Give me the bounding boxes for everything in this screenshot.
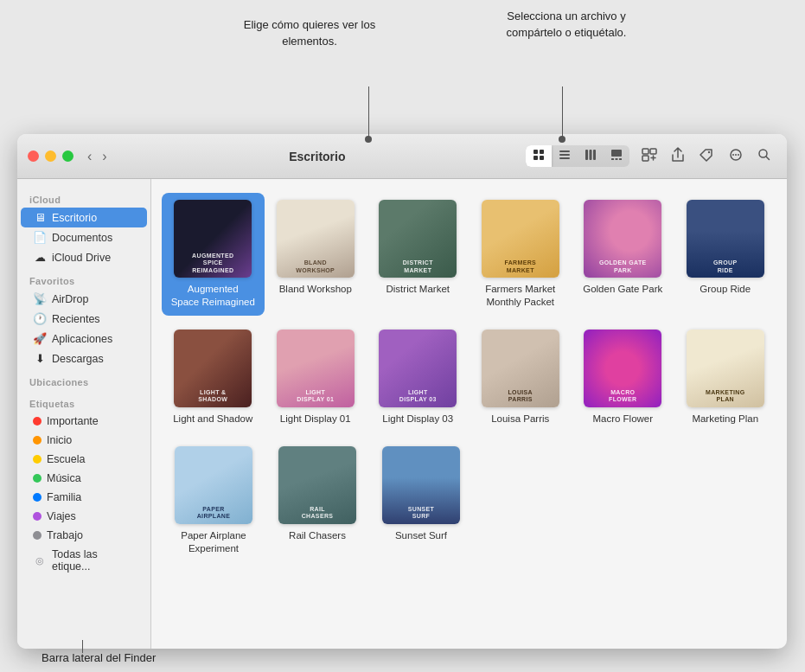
search-button[interactable] [752,144,776,169]
file-name-group: Group Ride [700,283,751,296]
sidebar-section-icloud: iCloud [17,186,150,208]
group-button[interactable] [636,144,662,169]
callout-share-line [562,86,563,137]
thumb-farmers: FARMERSMARKET [482,200,559,278]
file-name-golden: Golden Gate Park [583,283,662,296]
callout-view-line [368,86,369,137]
file-item-augmented[interactable]: AUGMENTEDSPICEREIMAGINED AugmentedSpace … [162,193,265,316]
minimize-button[interactable] [45,150,56,162]
view-columns-button[interactable] [578,145,604,167]
svg-rect-15 [650,149,656,154]
back-button[interactable]: ‹ [84,147,95,166]
file-item-golden[interactable]: GOLDEN GATEPARK Golden Gate Park [572,193,674,316]
sidebar-label-familia: Familia [47,491,81,503]
thumb-bland: BLANDWORKSHOP [277,200,355,278]
svg-rect-16 [642,156,648,161]
file-item-light01[interactable]: LIGHTDISPLAY 01 Light Display 01 [265,323,367,432]
grid-row-2: LIGHT &SHADOW Light and Shadow LIGHTDISP… [162,323,776,432]
file-name-bland: Bland Workshop [279,283,352,296]
sidebar-label-importante: Importante [47,415,99,427]
file-name-marketing: Marketing Plan [692,413,758,426]
file-name-light01: Light Display 01 [280,413,351,426]
sidebar-item-familia[interactable]: Familia [21,488,147,507]
svg-point-21 [738,154,739,156]
sidebar-item-todas[interactable]: ◎ Todas las etique... [21,545,147,576]
file-name-macro: Macro Flower [592,413,653,426]
thumb-district: DISTRICTMARKET [379,200,457,278]
maximize-button[interactable] [62,150,73,162]
sidebar-item-descargas[interactable]: ⬇ Descargas [21,349,147,368]
tag-button[interactable] [693,144,719,169]
file-grid: AUGMENTEDSPICEREIMAGINED AugmentedSpace … [151,179,787,649]
file-item-light03[interactable]: LIGHTDISPLAY 03 Light Display 03 [367,323,470,432]
airdrop-icon: 📡 [33,292,47,305]
view-grid-button[interactable] [526,145,552,167]
dot-musica [33,474,42,483]
callout-sidebar: Barra lateral del Finder [42,650,156,667]
window-title: Escritorio [118,150,517,163]
svg-rect-3 [540,156,544,160]
file-name-rail: Rail Chasers [289,529,346,542]
close-button[interactable] [28,150,39,162]
more-button[interactable] [723,144,749,169]
svg-rect-6 [559,157,570,159]
file-item-light-shadow[interactable]: LIGHT &SHADOW Light and Shadow [162,323,265,432]
svg-rect-5 [559,154,570,156]
toolbar-right [526,144,776,170]
file-item-marketing[interactable]: MARKETINGPLAN Marketing Plan [674,323,777,432]
sidebar-label-musica: Música [47,472,81,484]
share-button[interactable] [666,144,690,170]
svg-rect-7 [585,150,588,160]
title-bar: ‹ › Escritorio [17,134,787,179]
sidebar-item-airdrop[interactable]: 📡 AirDrop [21,289,147,309]
sidebar-label-aplicaciones: Aplicaciones [52,333,112,345]
svg-rect-2 [533,156,538,160]
sidebar-item-escritorio[interactable]: 🖥 Escritorio [21,208,147,227]
thumb-golden: GOLDEN GATEPARK [584,200,661,278]
sidebar-label-documentos: Documentos [52,232,112,244]
window-controls [28,150,73,162]
thumb-group: GROUPRIDE [687,200,764,278]
thumb-light01: LIGHTDISPLAY 01 [277,330,355,407]
file-name-louisa: Louisa Parris [491,413,549,426]
file-item-paper[interactable]: PAPERAIRPLANE Paper AirplaneExperiment [162,439,265,562]
svg-point-20 [735,154,737,156]
sidebar-item-trabajo[interactable]: Trabajo [21,526,147,545]
grid-row-3: PAPERAIRPLANE Paper AirplaneExperiment R… [162,439,776,562]
dot-viajes [33,512,42,521]
file-name-farmers: Farmers MarketMonthly Packet [485,283,555,309]
view-list-button[interactable] [552,145,578,167]
file-item-bland[interactable]: BLANDWORKSHOP Bland Workshop [265,193,367,316]
escritorio-icon: 🖥 [33,211,47,224]
sidebar-label-descargas: Descargas [52,353,104,365]
sidebar-item-musica[interactable]: Música [21,469,147,488]
dot-escuela [33,455,42,464]
svg-rect-8 [590,150,592,160]
sidebar-item-icloud-drive[interactable]: ☁ iCloud Drive [21,247,147,267]
dot-trabajo [33,531,42,540]
file-item-rail[interactable]: RAILCHASERS Rail Chasers [265,439,369,562]
sidebar-item-viajes[interactable]: Viajes [21,507,147,526]
sidebar-item-inicio[interactable]: Inicio [21,431,147,450]
file-item-sunset[interactable]: SUNSETSURF Sunset Surf [369,439,473,562]
sidebar-item-recientes[interactable]: 🕐 Recientes [21,309,147,329]
svg-rect-9 [593,150,596,160]
documentos-icon: 📄 [33,231,47,244]
file-name-augmented: AugmentedSpace Reimagined [171,283,255,309]
file-item-louisa[interactable]: LOUISAPARRIS Louisa Parris [470,323,572,432]
file-item-macro[interactable]: MACROFLOWER Macro Flower [572,323,674,432]
sidebar-item-importante[interactable]: Importante [21,412,147,431]
file-item-district[interactable]: DISTRICTMARKET District Market [367,193,470,316]
view-gallery-button[interactable] [604,145,629,167]
forward-button[interactable]: › [99,147,110,166]
sidebar-item-documentos[interactable]: 📄 Documentos [21,227,147,247]
sidebar-label-viajes: Viajes [47,510,76,522]
sidebar-item-aplicaciones[interactable]: 🚀 Aplicaciones [21,329,147,349]
file-item-group[interactable]: GROUPRIDE Group Ride [674,193,777,316]
sidebar-label-todas: Todas las etique... [52,548,135,573]
view-btn-group [526,145,629,167]
thumb-light03: LIGHTDISPLAY 03 [379,330,457,407]
sidebar-item-escuela[interactable]: Escuela [21,450,147,469]
file-item-farmers[interactable]: FARMERSMARKET Farmers MarketMonthly Pack… [470,193,572,316]
file-name-light03: Light Display 03 [382,413,453,426]
